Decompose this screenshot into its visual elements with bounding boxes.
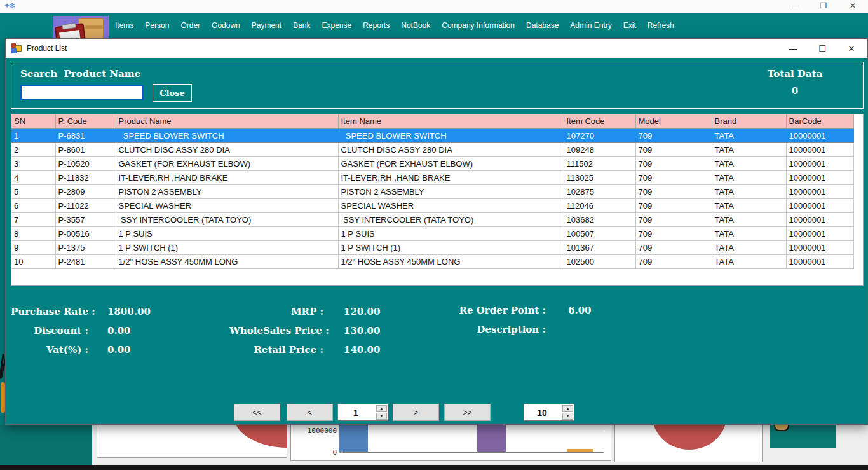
table-cell[interactable]: 10000001	[786, 254, 853, 268]
table-cell[interactable]: 10000001	[786, 198, 853, 212]
menu-item-company-information[interactable]: Company Information	[436, 18, 520, 32]
table-cell[interactable]: P-00516	[55, 226, 116, 240]
last-page-button[interactable]: >>	[444, 404, 491, 421]
table-cell[interactable]: 100507	[564, 226, 635, 240]
table-row[interactable]: 4P-11832IT-LEVER,RH ,HAND BRAKEIT-LEVER,…	[11, 170, 853, 184]
table-cell[interactable]: 1 P SWITCH (1)	[338, 240, 564, 254]
table-cell[interactable]: SPEED BLOWER SWITCH	[338, 128, 564, 142]
table-cell[interactable]: SPECIAL WASHER	[338, 198, 564, 212]
menu-item-exit[interactable]: Exit	[618, 18, 642, 32]
page-up-button[interactable]: ▲	[376, 405, 387, 412]
table-cell[interactable]: 10000001	[786, 240, 853, 254]
table-cell[interactable]: 709	[635, 254, 712, 268]
table-cell[interactable]: 10000001	[786, 170, 853, 184]
table-cell[interactable]: TATA	[712, 156, 786, 170]
table-cell[interactable]: 10000001	[786, 156, 853, 170]
menu-item-order[interactable]: Order	[175, 18, 206, 32]
table-cell[interactable]: 709	[635, 128, 712, 142]
table-cell[interactable]: 3	[11, 156, 55, 170]
dialog-minimize-button[interactable]: —	[778, 39, 808, 58]
page-down-button[interactable]: ▼	[376, 413, 387, 420]
table-cell[interactable]: 8	[11, 226, 55, 240]
menu-item-godown[interactable]: Godown	[206, 18, 246, 32]
table-cell[interactable]: TATA	[712, 240, 786, 254]
table-cell[interactable]: P-3557	[55, 212, 116, 226]
table-row[interactable]: 1P-6831 SPEED BLOWER SWITCH SPEED BLOWER…	[11, 128, 853, 142]
main-restore-button[interactable]: ❐	[817, 1, 830, 10]
main-close-button[interactable]: ✕	[846, 1, 859, 10]
dialog-close-button[interactable]: ✕	[837, 39, 866, 58]
table-cell[interactable]: P-10520	[55, 156, 116, 170]
table-cell[interactable]: TATA	[712, 226, 786, 240]
table-cell[interactable]: 1/2" HOSE ASSY 450MM LONG	[116, 254, 338, 268]
menu-item-notbook[interactable]: NotBook	[395, 18, 436, 32]
table-cell[interactable]: P-2481	[55, 254, 116, 268]
menu-item-payment[interactable]: Payment	[246, 18, 287, 32]
next-page-button[interactable]: >	[393, 404, 439, 421]
table-cell[interactable]: 103682	[564, 212, 635, 226]
table-cell[interactable]: 4	[11, 170, 55, 184]
table-cell[interactable]: 1	[11, 128, 55, 142]
table-cell[interactable]: 709	[635, 198, 712, 212]
table-row[interactable]: 10P-24811/2" HOSE ASSY 450MM LONG1/2" HO…	[11, 254, 853, 268]
menu-item-items[interactable]: Items	[109, 18, 139, 32]
table-row[interactable]: 6P-11022SPECIAL WASHERSPECIAL WASHER1120…	[11, 198, 853, 212]
column-header-brand[interactable]: Brand	[712, 114, 786, 128]
table-cell[interactable]: 709	[635, 170, 712, 184]
table-cell[interactable]: 107270	[564, 128, 635, 142]
table-cell[interactable]: 2	[11, 142, 55, 156]
table-cell[interactable]: 113025	[564, 170, 635, 184]
table-row[interactable]: 5P-2809PISTON 2 ASSEMBLYPISTON 2 ASSEMBL…	[11, 184, 853, 198]
table-row[interactable]: 8P-005161 P SUIS1 P SUIS100507709TATA100…	[11, 226, 853, 240]
menu-item-refresh[interactable]: Refresh	[642, 18, 680, 32]
table-cell[interactable]: 709	[635, 156, 712, 170]
page-number-spinner[interactable]: 1 ▲ ▼	[337, 404, 388, 421]
prev-page-button[interactable]: <	[287, 404, 333, 421]
table-cell[interactable]: SSY INTERCOOLER (TATA TOYO)	[338, 212, 564, 226]
table-row[interactable]: 7P-3557 SSY INTERCOOLER (TATA TOYO) SSY …	[11, 212, 853, 226]
table-row[interactable]: 2P-8601CLUTCH DISC ASSY 280 DIACLUTCH DI…	[11, 142, 853, 156]
column-header-barcode[interactable]: BarCode	[786, 114, 853, 128]
menu-item-expense[interactable]: Expense	[316, 18, 357, 32]
page-size-value[interactable]: 10	[524, 404, 560, 420]
main-minimize-button[interactable]: —	[788, 1, 801, 10]
table-cell[interactable]: 6	[11, 198, 55, 212]
table-cell[interactable]: TATA	[712, 128, 786, 142]
table-cell[interactable]: 10000001	[786, 184, 853, 198]
table-cell[interactable]: GASKET (FOR EXHAUST ELBOW)	[338, 156, 564, 170]
table-cell[interactable]: TATA	[712, 170, 786, 184]
table-cell[interactable]: TATA	[712, 184, 786, 198]
first-page-button[interactable]: <<	[234, 404, 280, 421]
table-cell[interactable]: 111502	[564, 156, 635, 170]
table-cell[interactable]: 1 P SUIS	[338, 226, 564, 240]
menu-item-bank[interactable]: Bank	[287, 18, 316, 32]
table-cell[interactable]: PISTON 2 ASSEMBLY	[116, 184, 338, 198]
search-input[interactable]	[20, 85, 144, 100]
table-cell[interactable]: 10000001	[786, 142, 853, 156]
table-cell[interactable]: 709	[635, 240, 712, 254]
column-header-product-name[interactable]: Product Name	[116, 114, 338, 128]
table-cell[interactable]: CLUTCH DISC ASSY 280 DIA	[116, 142, 338, 156]
table-cell[interactable]: P-11832	[55, 170, 116, 184]
table-cell[interactable]: 1 P SUIS	[116, 226, 338, 240]
table-cell[interactable]: 10	[11, 254, 55, 268]
table-cell[interactable]: P-6831	[55, 128, 116, 142]
table-cell[interactable]: 9	[11, 240, 55, 254]
table-cell[interactable]: TATA	[712, 198, 786, 212]
table-cell[interactable]: P-8601	[55, 142, 116, 156]
column-header-item-code[interactable]: Item Code	[564, 114, 635, 128]
table-cell[interactable]: SPECIAL WASHER	[116, 198, 338, 212]
menu-item-admin-entry[interactable]: Admin Entry	[564, 18, 617, 32]
table-cell[interactable]: GASKET (FOR EXHAUST ELBOW)	[116, 156, 338, 170]
column-header-item-name[interactable]: Item Name	[338, 114, 564, 128]
table-row[interactable]: 3P-10520GASKET (FOR EXHAUST ELBOW)GASKET…	[11, 156, 853, 170]
table-cell[interactable]: 102500	[564, 254, 635, 268]
table-cell[interactable]: TATA	[712, 212, 786, 226]
table-cell[interactable]: 1/2" HOSE ASSY 450MM LONG	[338, 254, 564, 268]
table-cell[interactable]: 709	[635, 212, 712, 226]
table-cell[interactable]: 102875	[564, 184, 635, 198]
table-cell[interactable]: PISTON 2 ASSEMBLY	[338, 184, 564, 198]
column-header-model[interactable]: Model	[635, 114, 712, 128]
table-cell[interactable]: SPEED BLOWER SWITCH	[116, 128, 338, 142]
page-size-spinner[interactable]: 10 ▲ ▼	[524, 404, 574, 421]
